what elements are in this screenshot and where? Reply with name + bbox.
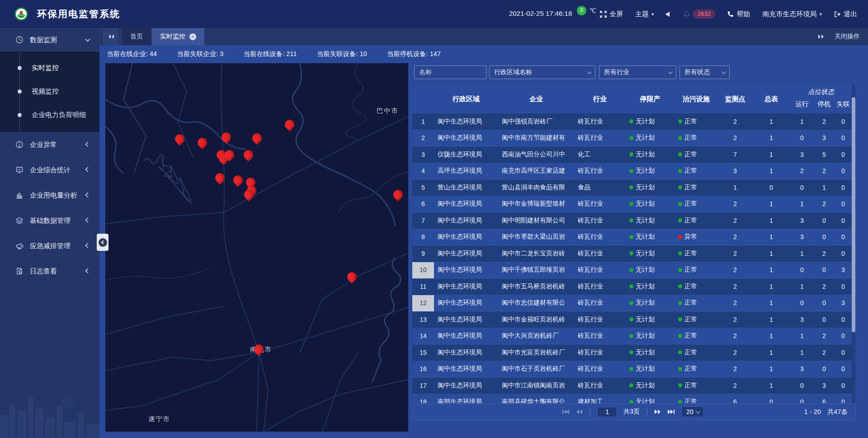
sidebar-collapse-handle[interactable] <box>97 234 108 251</box>
table-row[interactable]: 14阆中生态环境局阆中大兴页岩机砖厂砖瓦行业无计划正常21120 <box>412 328 852 345</box>
chevron-down-icon: ▾ <box>819 11 822 17</box>
cell-industry: 砖瓦行业 <box>574 295 626 312</box>
temperature-badge: 0 <box>577 6 586 15</box>
user-org-dropdown[interactable]: 南充市生态环境局 ▾ <box>762 10 822 19</box>
table-row[interactable]: 8阆中生态环境局阆中市枣碧大梁山页岩砖瓦行业无计划异常21300 <box>412 229 852 246</box>
table-row[interactable]: 3仪陇生态环境局西南油气田分公司川中化工无计划正常71350 <box>412 146 852 163</box>
cell-limit-status: 无计划 <box>626 394 675 404</box>
last-page-button[interactable] <box>667 409 675 414</box>
sidebar-item-1[interactable]: 数据监测 <box>0 28 99 52</box>
sidebar-item-4[interactable]: 企业用电量分析 <box>0 183 99 208</box>
sidebar-item-5[interactable]: 基础数据管理 <box>0 208 99 233</box>
table-scrollbar[interactable] <box>852 85 855 403</box>
table-row[interactable]: 4高坪生态环境局南充市高坪区王家店建砖瓦行业无计划正常31220 <box>412 163 852 180</box>
cell-lost: 3 <box>835 262 852 279</box>
table-row[interactable]: 15阆中生态环境局阆中市光富页岩机砖厂砖瓦行业无计划正常21120 <box>412 344 852 361</box>
sidebar-item-7[interactable]: 日志查看 <box>0 259 99 284</box>
chevron-down-icon <box>587 70 592 74</box>
sidebar-item-label: 应急减排管理 <box>30 242 71 250</box>
sidebar-subitem-视频监控[interactable]: 视频监控 <box>0 80 99 103</box>
cell-region: 阆中生态环境局 <box>434 245 498 262</box>
theme-dropdown[interactable]: 主题 ▾ <box>635 10 654 19</box>
table-row[interactable]: 5营山生态环境局营山县润丰肉食品有限食品无计划正常10010 <box>412 179 852 196</box>
cell-industry: 砖瓦行业 <box>574 229 626 246</box>
tab-close-icon[interactable]: × <box>189 33 196 40</box>
temperature-unit: ℃ <box>590 7 596 14</box>
chevron-left-icon <box>85 217 90 222</box>
table-row[interactable]: 18南部生态环境局南部县砚华土陶有限公建材加工无计划正常60060 <box>412 394 852 404</box>
status-select[interactable]: 所有状态 <box>679 66 730 79</box>
region-select[interactable]: 行政区域名称 <box>489 66 595 79</box>
cell-lost: 0 <box>835 229 852 246</box>
table-row[interactable]: 2阆中生态环境局阆中市南方节能建材有砖瓦行业无计划正常21030 <box>412 130 852 147</box>
table-row[interactable]: 12阆中生态环境局阆中市忠信建材有限公砖瓦行业无计划正常21003 <box>412 295 852 312</box>
map-panel[interactable]: 巴中市南充市遂宁市 <box>105 63 408 432</box>
table-row[interactable]: 10阆中生态环境局阆中千佛镇五郎垭页岩砖瓦行业无计划正常21003 <box>412 262 852 279</box>
cell-limit-status: 无计划 <box>626 163 675 180</box>
page-size-select[interactable]: 20 <box>681 406 704 417</box>
cell-monitor: 2 <box>718 229 752 246</box>
skyline-decoration <box>0 384 99 438</box>
page-number-input[interactable] <box>597 407 617 417</box>
col-region: 行政区域 <box>434 85 498 113</box>
cell-run: 1 <box>790 113 814 130</box>
sidebar-subitem-企业电力负荷明细[interactable]: 企业电力负荷明细 <box>0 103 99 127</box>
fullscreen-button[interactable]: 全屏 <box>600 10 623 19</box>
table-row[interactable]: 7阆中生态环境局阆中明阳建材有限公司砖瓦行业无计划正常21300 <box>412 212 852 229</box>
scrollbar-thumb[interactable] <box>852 97 855 332</box>
next-page-button[interactable] <box>654 409 661 414</box>
timeline-dot-icon <box>18 66 22 70</box>
cell-industry: 砖瓦行业 <box>574 245 626 262</box>
notifications[interactable]: 2632 <box>683 9 715 19</box>
status-dot-green-icon <box>678 383 682 387</box>
name-input-placeholder: 名称 <box>419 68 432 76</box>
cell-limit-status: 无计划 <box>626 295 675 312</box>
cell-facility-status: 正常 <box>675 361 718 378</box>
logout-icon <box>834 11 841 18</box>
cell-industry: 砖瓦行业 <box>574 377 626 394</box>
sidebar-item-6[interactable]: 应急减排管理 <box>0 233 99 259</box>
tabs-scroll-left-button[interactable] <box>103 28 118 45</box>
row-index: 3 <box>412 146 434 163</box>
sound-toggle[interactable] <box>666 11 671 17</box>
table-row[interactable]: 1阆中生态环境局阆中强锐页岩砖厂砖瓦行业无计划正常21120 <box>412 113 852 130</box>
bar-chart-icon <box>15 191 24 199</box>
double-right-arrow-icon[interactable] <box>818 34 825 39</box>
cell-stop: 2 <box>814 278 835 295</box>
prev-page-button[interactable] <box>576 409 583 414</box>
sidebar-subitem-实时监控[interactable]: 实时监控 <box>0 56 99 80</box>
table-row[interactable]: 13阆中生态环境局阆中市金福旺页岩机砖砖瓦行业无计划正常21300 <box>412 311 852 328</box>
help-label: 帮助 <box>736 10 750 19</box>
megaphone-icon <box>15 242 24 250</box>
table-row[interactable]: 11阆中生态环境局阆中市五马桥页岩机砖砖瓦行业无计划正常21120 <box>412 278 852 295</box>
first-page-button[interactable] <box>562 409 570 414</box>
map-city-label: 遂宁市 <box>148 415 170 424</box>
monitor-table-panel: 名称 行政区域名称 所有行业 所有状态 行政区域 企业 行业 停限产 治污设施 … <box>412 66 855 420</box>
cell-facility-status: 正常 <box>675 311 718 328</box>
name-search-input[interactable]: 名称 <box>414 66 486 79</box>
row-index: 14 <box>412 328 434 345</box>
table-row[interactable]: 17阆中生态环境局阆中市江南镇阆南页岩砖瓦行业无计划正常21030 <box>412 377 852 394</box>
table-row[interactable]: 16阆中生态环境局阆中市石子页岩机砖厂砖瓦行业无计划正常21300 <box>412 361 852 378</box>
logout-button[interactable]: 退出 <box>834 10 857 19</box>
tab-首页[interactable]: 首页 <box>122 28 151 45</box>
cell-lost: 0 <box>835 113 852 130</box>
pagination-bar: | 共3页 | 20 1 - 20 共47条 <box>412 404 855 420</box>
table-row[interactable]: 6阆中生态环境局阆中市金博瑞新型墙材砖瓦行业无计划正常21120 <box>412 196 852 213</box>
cell-stop: 0 <box>814 229 835 246</box>
sidebar-item-2[interactable]: 企业异常 <box>0 132 99 157</box>
col-company: 企业 <box>498 85 574 113</box>
close-operations-button[interactable]: 关闭操作 <box>835 33 860 41</box>
table-row[interactable]: 9阆中生态环境局阆中市二龙长宝页岩砖砖瓦行业无计划正常21120 <box>412 245 852 262</box>
tab-实时监控[interactable]: 实时监控× <box>152 28 204 45</box>
total-count-label: 共47条 <box>827 408 848 416</box>
cell-limit-status: 无计划 <box>626 130 675 147</box>
cell-company: 南充市高坪区王家店建 <box>498 163 574 180</box>
cell-company: 阆中市枣碧大梁山页岩 <box>498 229 574 246</box>
cell-region: 阆中生态环境局 <box>434 278 498 295</box>
industry-select[interactable]: 所有行业 <box>599 66 676 79</box>
col-facility: 治污设施 <box>675 85 718 113</box>
help-button[interactable]: 帮助 <box>727 10 750 19</box>
cell-company: 阆中明阳建材有限公司 <box>498 212 574 229</box>
sidebar-item-3[interactable]: 企业综合统计 <box>0 157 99 183</box>
